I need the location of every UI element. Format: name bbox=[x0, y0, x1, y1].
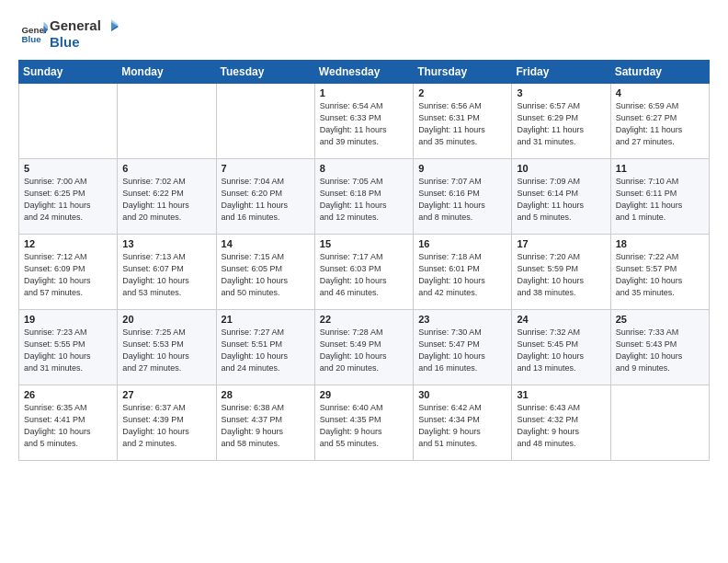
day-number: 15 bbox=[320, 238, 408, 249]
logo-icon: General Blue bbox=[20, 20, 48, 48]
day-number: 27 bbox=[122, 389, 210, 400]
header: General Blue General Blue bbox=[18, 18, 710, 51]
day-number: 28 bbox=[222, 389, 310, 400]
day-info: Sunrise: 6:38 AM Sunset: 4:37 PM Dayligh… bbox=[222, 402, 310, 450]
svg-text:Blue: Blue bbox=[22, 34, 42, 44]
day-info: Sunrise: 7:12 AM Sunset: 6:09 PM Dayligh… bbox=[24, 251, 112, 299]
day-number: 3 bbox=[517, 87, 605, 98]
calendar-cell: 22Sunrise: 7:28 AM Sunset: 5:49 PM Dayli… bbox=[314, 309, 413, 385]
day-number: 12 bbox=[24, 238, 112, 249]
calendar-cell: 1Sunrise: 6:54 AM Sunset: 6:33 PM Daylig… bbox=[314, 83, 413, 158]
logo-blue-text: Blue bbox=[50, 34, 80, 50]
day-number: 13 bbox=[122, 238, 210, 249]
calendar-week-row: 19Sunrise: 7:23 AM Sunset: 5:55 PM Dayli… bbox=[19, 309, 710, 385]
day-number: 18 bbox=[616, 238, 704, 249]
calendar-cell bbox=[19, 83, 118, 158]
calendar-cell: 16Sunrise: 7:18 AM Sunset: 6:01 PM Dayli… bbox=[414, 234, 512, 309]
logo: General Blue General Blue bbox=[18, 18, 119, 51]
day-number: 20 bbox=[122, 314, 210, 325]
calendar-dow-sunday: Sunday bbox=[19, 60, 118, 83]
day-info: Sunrise: 7:18 AM Sunset: 6:01 PM Dayligh… bbox=[418, 251, 506, 299]
day-info: Sunrise: 7:20 AM Sunset: 5:59 PM Dayligh… bbox=[517, 251, 605, 299]
calendar-cell: 2Sunrise: 6:56 AM Sunset: 6:31 PM Daylig… bbox=[414, 83, 512, 158]
day-info: Sunrise: 7:32 AM Sunset: 5:45 PM Dayligh… bbox=[517, 327, 605, 374]
calendar-cell: 29Sunrise: 6:40 AM Sunset: 4:35 PM Dayli… bbox=[314, 385, 413, 460]
day-number: 7 bbox=[222, 163, 310, 174]
day-number: 6 bbox=[122, 163, 210, 174]
day-info: Sunrise: 7:05 AM Sunset: 6:18 PM Dayligh… bbox=[320, 176, 408, 224]
calendar-header-row: SundayMondayTuesdayWednesdayThursdayFrid… bbox=[19, 60, 710, 83]
calendar-dow-wednesday: Wednesday bbox=[314, 60, 413, 83]
day-info: Sunrise: 6:43 AM Sunset: 4:32 PM Dayligh… bbox=[517, 402, 605, 450]
day-info: Sunrise: 7:30 AM Sunset: 5:47 PM Dayligh… bbox=[418, 327, 506, 374]
calendar-cell: 7Sunrise: 7:04 AM Sunset: 6:20 PM Daylig… bbox=[216, 158, 314, 234]
calendar-cell: 25Sunrise: 7:33 AM Sunset: 5:43 PM Dayli… bbox=[610, 309, 709, 385]
calendar-week-row: 12Sunrise: 7:12 AM Sunset: 6:09 PM Dayli… bbox=[19, 234, 710, 309]
day-info: Sunrise: 7:25 AM Sunset: 5:53 PM Dayligh… bbox=[122, 327, 210, 374]
calendar-cell: 12Sunrise: 7:12 AM Sunset: 6:09 PM Dayli… bbox=[19, 234, 118, 309]
day-info: Sunrise: 6:37 AM Sunset: 4:39 PM Dayligh… bbox=[122, 402, 210, 450]
day-info: Sunrise: 7:13 AM Sunset: 6:07 PM Dayligh… bbox=[122, 251, 210, 299]
day-info: Sunrise: 6:40 AM Sunset: 4:35 PM Dayligh… bbox=[320, 402, 408, 450]
day-number: 16 bbox=[418, 238, 506, 249]
calendar-cell bbox=[610, 385, 709, 460]
day-number: 4 bbox=[616, 87, 704, 98]
day-number: 2 bbox=[418, 87, 506, 98]
day-info: Sunrise: 6:54 AM Sunset: 6:33 PM Dayligh… bbox=[320, 100, 408, 148]
calendar-cell: 5Sunrise: 7:00 AM Sunset: 6:25 PM Daylig… bbox=[19, 158, 118, 234]
calendar-dow-tuesday: Tuesday bbox=[216, 60, 314, 83]
day-number: 22 bbox=[320, 314, 408, 325]
calendar-cell: 28Sunrise: 6:38 AM Sunset: 4:37 PM Dayli… bbox=[216, 385, 314, 460]
day-info: Sunrise: 7:22 AM Sunset: 5:57 PM Dayligh… bbox=[616, 251, 704, 299]
day-number: 10 bbox=[517, 163, 605, 174]
day-number: 25 bbox=[616, 314, 704, 325]
calendar-dow-thursday: Thursday bbox=[414, 60, 512, 83]
calendar-cell: 30Sunrise: 6:42 AM Sunset: 4:34 PM Dayli… bbox=[414, 385, 512, 460]
calendar-cell: 13Sunrise: 7:13 AM Sunset: 6:07 PM Dayli… bbox=[118, 234, 216, 309]
day-number: 24 bbox=[517, 314, 605, 325]
calendar-cell: 26Sunrise: 6:35 AM Sunset: 4:41 PM Dayli… bbox=[19, 385, 118, 460]
calendar-cell bbox=[216, 83, 314, 158]
day-number: 31 bbox=[517, 389, 605, 400]
logo-bird-icon bbox=[102, 18, 119, 35]
day-info: Sunrise: 7:02 AM Sunset: 6:22 PM Dayligh… bbox=[122, 176, 210, 224]
day-info: Sunrise: 7:00 AM Sunset: 6:25 PM Dayligh… bbox=[24, 176, 112, 224]
day-number: 23 bbox=[418, 314, 506, 325]
day-info: Sunrise: 6:57 AM Sunset: 6:29 PM Dayligh… bbox=[517, 100, 605, 148]
calendar-cell: 24Sunrise: 7:32 AM Sunset: 5:45 PM Dayli… bbox=[512, 309, 610, 385]
calendar-cell: 8Sunrise: 7:05 AM Sunset: 6:18 PM Daylig… bbox=[314, 158, 413, 234]
day-number: 1 bbox=[320, 87, 408, 98]
day-info: Sunrise: 6:56 AM Sunset: 6:31 PM Dayligh… bbox=[418, 100, 506, 148]
calendar-cell: 20Sunrise: 7:25 AM Sunset: 5:53 PM Dayli… bbox=[118, 309, 216, 385]
calendar-week-row: 5Sunrise: 7:00 AM Sunset: 6:25 PM Daylig… bbox=[19, 158, 710, 234]
calendar-week-row: 26Sunrise: 6:35 AM Sunset: 4:41 PM Dayli… bbox=[19, 385, 710, 460]
calendar-cell: 9Sunrise: 7:07 AM Sunset: 6:16 PM Daylig… bbox=[414, 158, 512, 234]
calendar-cell: 27Sunrise: 6:37 AM Sunset: 4:39 PM Dayli… bbox=[118, 385, 216, 460]
day-number: 9 bbox=[418, 163, 506, 174]
calendar-cell: 31Sunrise: 6:43 AM Sunset: 4:32 PM Dayli… bbox=[512, 385, 610, 460]
day-info: Sunrise: 7:04 AM Sunset: 6:20 PM Dayligh… bbox=[222, 176, 310, 224]
logo-general-text: General bbox=[50, 17, 101, 33]
calendar-cell: 11Sunrise: 7:10 AM Sunset: 6:11 PM Dayli… bbox=[610, 158, 709, 234]
day-info: Sunrise: 7:33 AM Sunset: 5:43 PM Dayligh… bbox=[616, 327, 704, 374]
calendar-cell: 18Sunrise: 7:22 AM Sunset: 5:57 PM Dayli… bbox=[610, 234, 709, 309]
calendar-cell: 10Sunrise: 7:09 AM Sunset: 6:14 PM Dayli… bbox=[512, 158, 610, 234]
calendar-week-row: 1Sunrise: 6:54 AM Sunset: 6:33 PM Daylig… bbox=[19, 83, 710, 158]
day-info: Sunrise: 7:23 AM Sunset: 5:55 PM Dayligh… bbox=[24, 327, 112, 374]
day-info: Sunrise: 6:42 AM Sunset: 4:34 PM Dayligh… bbox=[418, 402, 506, 450]
day-info: Sunrise: 7:07 AM Sunset: 6:16 PM Dayligh… bbox=[418, 176, 506, 224]
calendar-cell bbox=[118, 83, 216, 158]
day-number: 14 bbox=[222, 238, 310, 249]
calendar-cell: 4Sunrise: 6:59 AM Sunset: 6:27 PM Daylig… bbox=[610, 83, 709, 158]
page: General Blue General Blue SundayMondayTu… bbox=[0, 0, 728, 470]
calendar-cell: 3Sunrise: 6:57 AM Sunset: 6:29 PM Daylig… bbox=[512, 83, 610, 158]
calendar-cell: 17Sunrise: 7:20 AM Sunset: 5:59 PM Dayli… bbox=[512, 234, 610, 309]
day-number: 11 bbox=[616, 163, 704, 174]
day-number: 19 bbox=[24, 314, 112, 325]
calendar-cell: 14Sunrise: 7:15 AM Sunset: 6:05 PM Dayli… bbox=[216, 234, 314, 309]
day-info: Sunrise: 7:15 AM Sunset: 6:05 PM Dayligh… bbox=[222, 251, 310, 299]
day-info: Sunrise: 7:10 AM Sunset: 6:11 PM Dayligh… bbox=[616, 176, 704, 224]
day-number: 8 bbox=[320, 163, 408, 174]
day-number: 26 bbox=[24, 389, 112, 400]
day-number: 17 bbox=[517, 238, 605, 249]
